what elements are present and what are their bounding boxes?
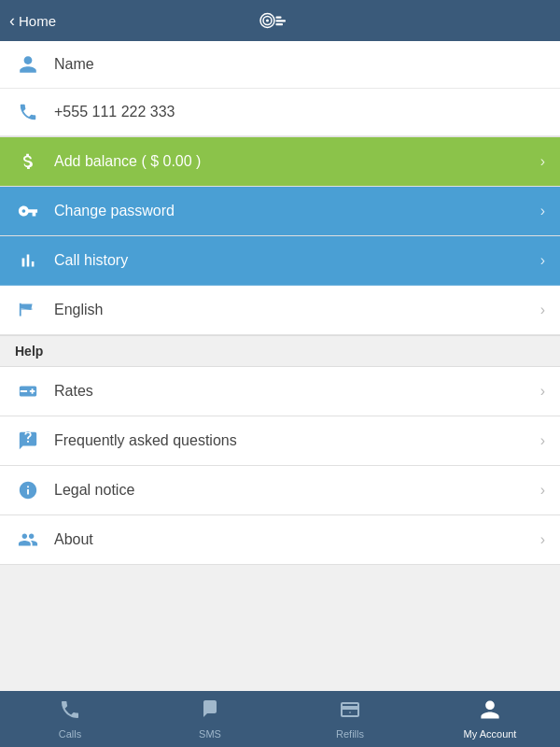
- refills-tab-label: Refills: [336, 728, 364, 740]
- sms-tab-icon: [199, 698, 221, 726]
- tab-bar: Calls SMS Refills My Account: [0, 691, 560, 747]
- sms-tab-label: SMS: [199, 728, 221, 740]
- rates-icon: [15, 381, 41, 402]
- svg-rect-5: [276, 23, 284, 25]
- call-history-chevron: ›: [540, 252, 545, 269]
- legal-chevron: ›: [540, 482, 545, 499]
- rates-label: Rates: [54, 383, 540, 400]
- phone-icon: [15, 102, 41, 122]
- legal-icon: [15, 480, 41, 500]
- svg-rect-3: [276, 17, 282, 19]
- about-icon: [15, 529, 41, 550]
- back-button[interactable]: ‹ Home: [9, 11, 56, 31]
- about-row[interactable]: About ›: [0, 515, 560, 565]
- change-password-chevron: ›: [540, 203, 545, 219]
- add-balance-row[interactable]: Add balance ( $ 0.00 ) ›: [0, 137, 560, 187]
- call-history-label: Call history: [54, 252, 540, 269]
- profile-phone: +555 111 222 333: [54, 104, 175, 120]
- key-icon: [15, 201, 41, 221]
- change-password-row[interactable]: Change password ›: [0, 187, 560, 236]
- back-label: Home: [19, 13, 56, 29]
- faq-label: Frequently asked questions: [54, 432, 540, 449]
- legal-row[interactable]: Legal notice ›: [0, 466, 560, 515]
- flag-icon: [15, 300, 41, 320]
- about-chevron: ›: [540, 531, 545, 548]
- add-balance-label: Add balance ( $ 0.00 ): [54, 153, 540, 170]
- refills-tab-icon: [339, 698, 361, 726]
- app-header: ‹ Home: [0, 0, 560, 41]
- tab-my-account[interactable]: My Account: [420, 698, 560, 740]
- svg-rect-6: [21, 308, 33, 310]
- tab-calls[interactable]: Calls: [0, 698, 140, 740]
- faq-row[interactable]: Frequently asked questions ›: [0, 416, 560, 466]
- profile-name-row: Name: [0, 41, 560, 89]
- add-balance-chevron: ›: [540, 153, 545, 170]
- profile-phone-row: +555 111 222 333: [0, 89, 560, 136]
- profile-name: Name: [54, 56, 94, 73]
- app-logo: [252, 7, 308, 34]
- help-section: Rates › Frequently asked questions › Leg…: [0, 367, 560, 565]
- user-icon: [15, 54, 41, 75]
- call-history-row[interactable]: Call history ›: [0, 236, 560, 286]
- calls-tab-icon: [59, 698, 81, 726]
- faq-icon: [15, 430, 41, 451]
- help-section-header: Help: [0, 335, 560, 367]
- my-account-tab-label: My Account: [464, 728, 517, 740]
- rates-row[interactable]: Rates ›: [0, 367, 560, 416]
- language-row[interactable]: English ›: [0, 286, 560, 335]
- language-chevron: ›: [540, 302, 545, 318]
- change-password-label: Change password: [54, 203, 540, 219]
- svg-point-2: [266, 20, 269, 22]
- rates-chevron: ›: [540, 383, 545, 400]
- language-label: English: [54, 302, 540, 318]
- back-icon: ‹: [9, 11, 15, 31]
- logo-svg: [252, 7, 308, 34]
- svg-rect-4: [276, 20, 287, 21]
- my-account-tab-icon: [479, 698, 501, 726]
- dollar-icon: [15, 151, 41, 172]
- tab-refills[interactable]: Refills: [280, 698, 420, 740]
- legal-label: Legal notice: [54, 482, 540, 499]
- profile-section: Name +555 111 222 333: [0, 41, 560, 137]
- about-label: About: [54, 531, 540, 548]
- calls-tab-label: Calls: [59, 728, 81, 740]
- tab-sms[interactable]: SMS: [140, 698, 280, 740]
- faq-chevron: ›: [540, 432, 545, 449]
- bar-chart-icon: [15, 250, 41, 271]
